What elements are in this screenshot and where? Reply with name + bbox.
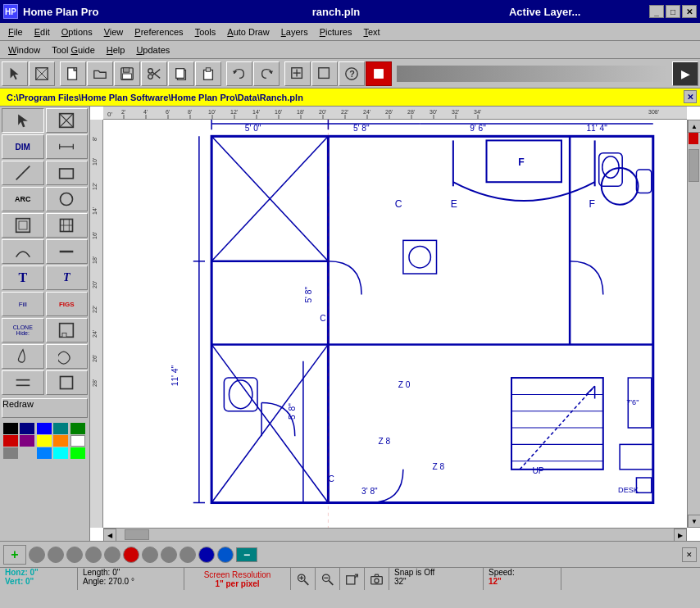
bt9[interactable] <box>180 547 196 563</box>
menu-layers[interactable]: Layers <box>276 25 313 39</box>
scroll-right-btn[interactable]: ▶ <box>674 529 687 541</box>
open-btn[interactable] <box>87 61 113 86</box>
color-ltblue[interactable] <box>37 447 52 459</box>
bt3[interactable] <box>66 547 83 563</box>
special-tool[interactable] <box>46 344 89 369</box>
menu-text[interactable]: Text <box>358 25 384 39</box>
arrow-right-btn[interactable]: ▶ <box>672 61 698 86</box>
color-cyan[interactable] <box>53 447 68 459</box>
bt1[interactable] <box>29 547 45 563</box>
bt6[interactable] <box>123 547 139 563</box>
bt2[interactable] <box>48 547 64 563</box>
help-btn[interactable]: ? <box>339 61 365 86</box>
menu-edit[interactable]: Edit <box>30 25 55 39</box>
text2-tool[interactable]: T <box>46 265 89 290</box>
redo-btn[interactable] <box>253 61 280 86</box>
menu-autodraw[interactable]: Auto Draw <box>222 25 274 39</box>
bt8[interactable] <box>161 547 177 563</box>
zoom-in-status[interactable] <box>291 568 316 590</box>
color-white[interactable] <box>70 435 85 447</box>
menu-file[interactable]: File <box>3 25 28 39</box>
menu-pictures[interactable]: Pictures <box>315 25 357 39</box>
dim2-tool[interactable] <box>46 134 89 159</box>
zoom-out-btn[interactable] <box>311 61 338 86</box>
minus-btn[interactable]: − <box>236 547 257 562</box>
color-red[interactable] <box>3 435 18 447</box>
pointer-btn[interactable] <box>29 61 55 86</box>
color-darkblue[interactable] <box>20 423 34 434</box>
hline-tool[interactable] <box>2 370 44 395</box>
paste-btn[interactable] <box>195 61 221 86</box>
flat-line-tool[interactable] <box>46 239 89 264</box>
camera-status[interactable] <box>365 568 389 590</box>
drawing-canvas[interactable]: 5' 0" 5' 8" 9' 6" 11' 4" 11' 4" 5' 8" <box>103 120 687 528</box>
text-tool[interactable]: T <box>2 265 44 290</box>
scroll-down-btn[interactable]: ▼ <box>688 515 700 528</box>
zoom-out-status[interactable] <box>316 568 340 590</box>
close-btn-bottom[interactable]: ✕ <box>682 547 697 562</box>
scrollbar-vertical[interactable]: ▲ ▼ <box>687 120 700 528</box>
color-black[interactable] <box>3 423 18 434</box>
menu-options[interactable]: Options <box>57 25 98 39</box>
color-blue[interactable] <box>37 423 52 434</box>
add-btn[interactable]: + <box>3 545 26 565</box>
menu-window[interactable]: Window <box>3 43 45 57</box>
clone-tool[interactable]: CLONEHide: <box>2 318 44 343</box>
settings-btn[interactable] <box>366 61 392 86</box>
undo-btn[interactable] <box>226 61 252 86</box>
arc-tool[interactable]: ARC <box>2 187 44 211</box>
bt5[interactable] <box>104 547 120 563</box>
close-button[interactable]: ✕ <box>682 5 697 18</box>
scroll-left-btn[interactable]: ◀ <box>103 529 116 541</box>
select-tool-btn[interactable] <box>2 61 28 86</box>
new-btn[interactable] <box>60 61 86 86</box>
color-lime[interactable] <box>70 447 85 459</box>
menu-updates[interactable]: Updates <box>131 43 175 57</box>
maximize-button[interactable]: □ <box>666 5 680 18</box>
brush-tool[interactable] <box>2 344 44 369</box>
scissors-btn[interactable] <box>141 61 167 86</box>
menu-view[interactable]: View <box>99 25 129 39</box>
color-gray2[interactable] <box>20 447 34 459</box>
svg-text:Z 8: Z 8 <box>378 437 390 446</box>
menu-preferences[interactable]: Preferences <box>130 25 188 39</box>
bt7[interactable] <box>142 547 158 563</box>
menu-help[interactable]: Help <box>102 43 130 57</box>
color-green[interactable] <box>70 423 85 434</box>
color-purple[interactable] <box>20 435 34 447</box>
door-tool[interactable] <box>46 213 89 238</box>
bt10[interactable] <box>198 547 215 563</box>
svg-text:14': 14' <box>252 109 260 115</box>
circle-tool[interactable] <box>46 187 89 211</box>
window-tool[interactable] <box>2 213 44 238</box>
color-teal[interactable] <box>53 423 68 434</box>
color-gray1[interactable] <box>3 447 18 459</box>
minimize-button[interactable]: _ <box>649 5 664 18</box>
edit-tool[interactable] <box>46 108 89 133</box>
line-tool[interactable] <box>2 161 44 185</box>
copy-btn[interactable] <box>168 61 194 86</box>
redraw-btn[interactable]: Redraw <box>2 398 88 418</box>
canvas-wrapper[interactable]: 0' 2' 4' 6' 8' 10' 12' 14' 16' 18' <box>90 107 700 541</box>
fill-tool[interactable]: Fill <box>2 292 44 316</box>
corner-tool[interactable] <box>46 318 89 343</box>
select-tool[interactable] <box>2 108 44 133</box>
curve-tool[interactable] <box>2 239 44 264</box>
bt11[interactable] <box>217 547 234 563</box>
bt4[interactable] <box>85 547 102 563</box>
scrollbar-horizontal[interactable]: ◀ ▶ <box>103 528 687 541</box>
rect-tool[interactable] <box>46 161 89 185</box>
zoom-in-btn[interactable] <box>284 61 311 86</box>
color-yellow[interactable] <box>37 435 52 447</box>
color-orange[interactable] <box>53 435 68 447</box>
dim-tool[interactable]: DIM <box>2 134 44 159</box>
fit-view-status[interactable] <box>340 568 365 590</box>
box-tool[interactable] <box>46 370 89 395</box>
tool-row-5 <box>2 213 88 238</box>
menu-toolguide[interactable]: Tool Guide <box>47 43 100 57</box>
file-bar-close[interactable]: ✕ <box>684 90 697 103</box>
scroll-up-btn[interactable]: ▲ <box>688 120 700 133</box>
figs-tool[interactable]: FIGS <box>46 292 89 316</box>
menu-tools[interactable]: Tools <box>190 25 221 39</box>
save-btn[interactable] <box>114 61 140 86</box>
